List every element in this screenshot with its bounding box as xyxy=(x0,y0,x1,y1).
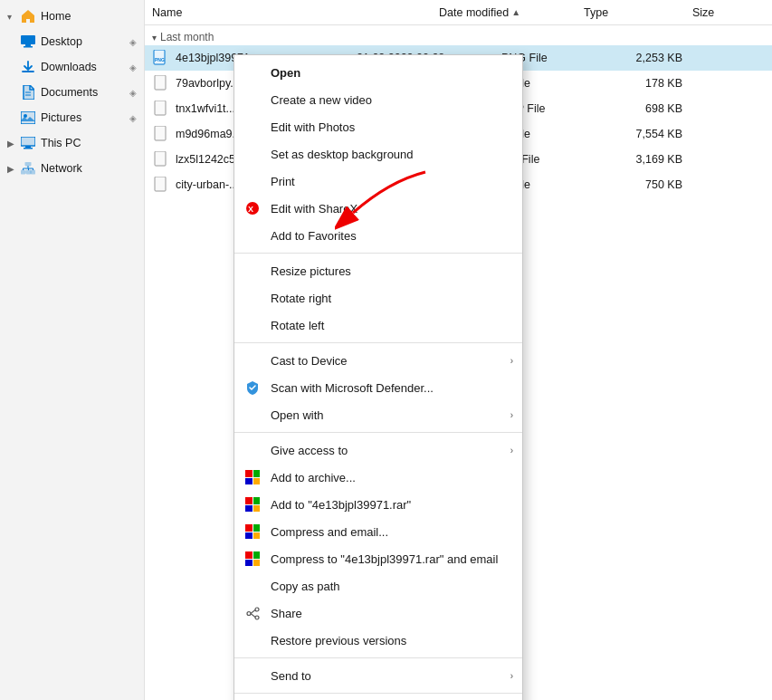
menu-separator-3 xyxy=(234,432,522,433)
menu-item-rotate-right[interactable]: Rotate right xyxy=(234,284,522,312)
menu-label-resize-pictures: Resize pictures xyxy=(271,264,351,278)
winrar-rar-icon xyxy=(243,495,262,513)
menu-label-cast-device: Cast to Device xyxy=(271,354,348,368)
menu-item-rotate-left[interactable]: Rotate left xyxy=(234,312,522,339)
menu-item-print[interactable]: Print xyxy=(234,168,522,195)
menu-label-edit-sharex: Edit with ShareX xyxy=(271,202,357,216)
menu-label-compress-email: Compress and email... xyxy=(271,525,388,539)
menu-item-create-video[interactable]: Create a new video xyxy=(234,86,522,113)
menu-item-resize-pictures[interactable]: Resize pictures xyxy=(234,257,522,284)
menu-label-restore-versions: Restore previous versions xyxy=(271,634,406,647)
submenu-arrow-open-with: › xyxy=(510,410,513,420)
menu-label-create-video: Create a new video xyxy=(271,93,372,107)
menu-item-edit-sharex[interactable]: X Edit with ShareX xyxy=(234,195,522,222)
svg-text:X: X xyxy=(248,205,253,214)
svg-line-34 xyxy=(251,613,255,617)
menu-item-add-rar[interactable]: Add to "4e13bjpl39971.rar" xyxy=(234,491,522,518)
context-menu: Open Create a new video Edit with Photos… xyxy=(234,54,523,700)
menu-item-restore-versions[interactable]: Restore previous versions xyxy=(234,627,522,654)
menu-label-compress-rar-email: Compress to "4e13bjpl39971.rar" and emai… xyxy=(271,552,498,566)
svg-point-31 xyxy=(255,616,259,619)
context-menu-overlay: Open Create a new video Edit with Photos… xyxy=(0,0,772,700)
menu-label-set-desktop-bg: Set as desktop background xyxy=(271,148,414,161)
submenu-arrow-send-to: › xyxy=(510,671,513,681)
menu-label-share: Share xyxy=(271,607,302,620)
svg-point-30 xyxy=(255,608,259,611)
menu-item-send-to[interactable]: Send to › xyxy=(234,662,522,689)
defender-icon xyxy=(243,379,262,397)
menu-label-print: Print xyxy=(271,175,295,188)
submenu-arrow-give-access: › xyxy=(510,446,513,455)
menu-item-open[interactable]: Open xyxy=(234,59,522,86)
menu-item-edit-photos[interactable]: Edit with Photos xyxy=(234,113,522,140)
menu-separator-2 xyxy=(234,342,522,343)
menu-label-copy-path: Copy as path xyxy=(271,580,340,593)
menu-label-send-to: Send to xyxy=(271,669,311,683)
menu-item-set-desktop-bg[interactable]: Set as desktop background xyxy=(234,140,522,168)
menu-item-compress-email[interactable]: Compress and email... xyxy=(234,518,522,545)
menu-item-open-with[interactable]: Open with › xyxy=(234,401,522,428)
svg-point-32 xyxy=(247,611,251,615)
menu-item-copy-path[interactable]: Copy as path xyxy=(234,572,522,599)
menu-label-add-archive: Add to archive... xyxy=(271,471,356,484)
menu-label-add-rar: Add to "4e13bjpl39971.rar" xyxy=(271,498,411,512)
winrar-compress-icon xyxy=(243,523,262,541)
menu-label-add-favorites: Add to Favorites xyxy=(271,229,357,243)
menu-item-give-access[interactable]: Give access to › xyxy=(234,436,522,464)
menu-item-add-favorites[interactable]: Add to Favorites xyxy=(234,222,522,249)
submenu-arrow-cast: › xyxy=(510,356,513,366)
svg-line-33 xyxy=(251,609,255,613)
sharex-icon: X xyxy=(243,199,262,217)
menu-label-open: Open xyxy=(271,66,300,80)
menu-separator-1 xyxy=(234,253,522,254)
menu-item-add-archive[interactable]: Add to archive... xyxy=(234,464,522,491)
winrar-archive-icon xyxy=(243,468,262,486)
share-icon xyxy=(243,604,262,622)
menu-label-scan-defender: Scan with Microsoft Defender... xyxy=(271,381,434,395)
menu-label-rotate-right: Rotate right xyxy=(271,292,331,305)
menu-item-scan-defender[interactable]: Scan with Microsoft Defender... xyxy=(234,374,522,401)
menu-label-rotate-left: Rotate left xyxy=(271,319,324,332)
menu-separator-4 xyxy=(234,657,522,658)
menu-item-compress-rar-email[interactable]: Compress to "4e13bjpl39971.rar" and emai… xyxy=(234,545,522,572)
menu-item-cast-device[interactable]: Cast to Device › xyxy=(234,347,522,374)
menu-label-give-access: Give access to xyxy=(271,444,348,457)
menu-separator-5 xyxy=(234,693,522,694)
menu-label-edit-photos: Edit with Photos xyxy=(271,120,355,134)
menu-item-share[interactable]: Share xyxy=(234,599,522,627)
winrar-compress-rar-icon xyxy=(243,550,262,568)
menu-label-open-with: Open with xyxy=(271,408,324,422)
